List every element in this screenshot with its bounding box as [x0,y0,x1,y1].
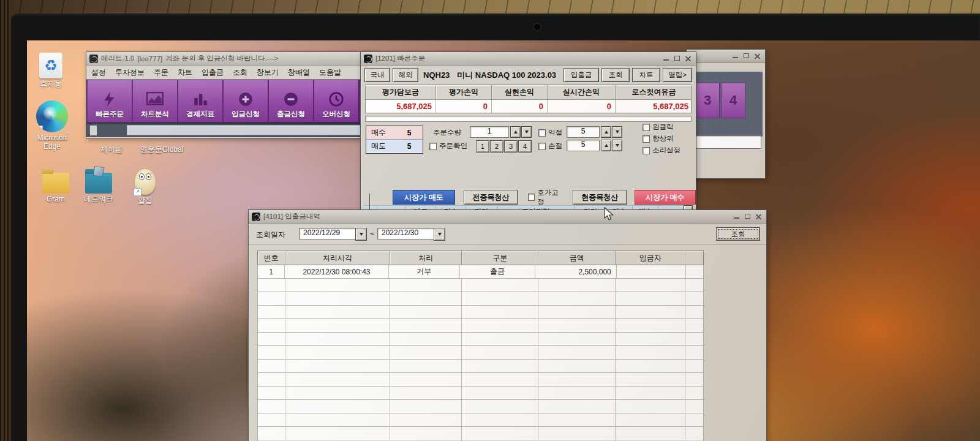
background-window[interactable]: 3 4 [686,49,766,179]
market-buy-button[interactable]: 시장가 매수 [635,190,696,205]
date-to-dropdown-icon[interactable] [434,228,445,241]
loss-up-icon[interactable] [601,140,611,151]
desktop-icon-control-panel[interactable]: 제어판 [93,145,130,155]
toolbar-chart-analysis-button[interactable]: 차트분석 [133,80,178,122]
search-button[interactable]: 조회 [716,227,760,241]
tab-domestic[interactable]: 국내 [364,68,390,82]
one-click-checkbox[interactable]: 원클릭 [643,123,674,132]
desktop-icon-edge[interactable]: ↗ Microsoft Edge [28,100,76,151]
close-icon[interactable] [753,52,762,60]
liquidate-all-button[interactable]: 전증목청산 [464,190,518,205]
menu-invest-info[interactable]: 투자정보 [115,67,145,78]
history-table-row[interactable]: 1 2022/12/30 08:00:43 거부 출금 2,500,000 [257,265,704,279]
desktop-icon-network[interactable]: 네트워크 [75,173,123,204]
scrollbar-track[interactable] [127,125,375,135]
inquiry-button[interactable]: 조회 [601,68,630,82]
summary-header: 평가손익 [436,85,492,99]
main-horizontal-scrollbar[interactable] [86,123,377,137]
folder-icon [42,173,69,194]
clock-icon [328,91,344,107]
always-on-top-checkbox[interactable]: 항상위 [643,134,674,143]
menu-window-arrange[interactable]: 창배열 [288,67,310,78]
scrollbar-thumb[interactable] [89,125,97,136]
merit-main-window: 메리트-1.0 [lee777] 계좌 문의 후 입금신청 바랍니다.---> … [86,51,377,138]
date-from-dropdown-icon[interactable] [355,228,367,241]
toolbar-over-request-button[interactable]: 오버신청 [314,80,359,122]
price-fix-checkbox[interactable]: 호가고정 [528,188,562,206]
col-header-no: 번호 [258,251,285,265]
desktop-icon-recycle-bin[interactable]: ♻ 휴지통 [27,53,75,89]
qty-down-icon[interactable] [521,126,532,138]
menu-inquiry[interactable]: 조회 [233,67,247,78]
close-icon[interactable] [754,213,763,221]
merit-titlebar[interactable]: 메리트-1.0 [lee777] 계좌 문의 후 입금신청 바랍니다.---> [86,52,377,66]
loss-down-icon[interactable] [612,140,622,151]
liquidate-current-button[interactable]: 현증목청산 [573,190,627,205]
symbol-code: NQH23 [423,70,450,80]
col-header-kind: 구분 [462,251,538,265]
stop-loss-input[interactable]: 5 [567,140,600,151]
mouse-cursor [603,207,617,222]
tile-3[interactable]: 3 [695,83,720,118]
quick-order-titlebar[interactable]: [1201] 빠른주문 [361,52,696,66]
main-toolbar: 빠른주문 차트분석 경제지표 입금신청 출금신청 [86,80,377,123]
buy-sell-qty-box: 매수5 매도5 [366,126,423,154]
menu-help[interactable]: 도움말 [319,67,341,78]
menu-settings[interactable]: 설정 [91,67,106,78]
open-button[interactable]: 열림> [663,68,692,82]
profit-up-icon[interactable] [601,126,611,138]
icon-label: Gram [32,195,80,204]
shortcut-arrow-icon: ↗ [134,188,141,196]
menu-window-view[interactable]: 창보기 [257,67,279,78]
confirm-2-button[interactable]: 2 [490,140,503,153]
summary-header: 평가담보금 [366,85,436,99]
date-to-input[interactable]: 2022/12/30 [377,228,437,239]
menu-chart[interactable]: 차트 [178,67,192,78]
qty-up-icon[interactable] [510,126,521,138]
history-titlebar[interactable]: [4101] 입출금내역 [249,210,766,224]
desktop-icon-gram[interactable]: Gram [32,173,80,204]
minimize-icon[interactable] [731,52,740,60]
close-icon[interactable] [684,55,693,62]
toolbar-economic-indicator-button[interactable]: 경제지표 [178,80,223,122]
history-table-empty-row [257,413,704,427]
history-table-empty-row [257,400,704,413]
menu-order[interactable]: 주문 [154,67,168,78]
tile-4[interactable]: 4 [721,83,745,118]
minimize-icon[interactable] [732,213,741,221]
account-summary: 평가담보금 평가손익 실현손익 실시간손익 로스컷여유금 5,687,025 0… [365,85,692,113]
maximize-icon[interactable] [743,213,752,221]
desktop-icon-alzip[interactable]: ↗ 알집 [121,169,169,205]
confirm-3-button[interactable]: 3 [504,140,518,153]
toolbar-withdraw-request-button[interactable]: 출금신청 [269,80,314,122]
maximize-icon[interactable] [673,55,682,62]
sell-qty: 5 [396,142,423,151]
take-profit-input[interactable]: 5 [567,126,600,138]
app-logo-icon [252,213,260,221]
profit-down-icon[interactable] [612,126,622,138]
order-confirm-checkbox[interactable]: 주문확인 [429,141,467,151]
confirm-4-button[interactable]: 4 [518,140,532,153]
desktop-icon-hero-global[interactable]: 영웅문Global [132,145,191,155]
tilde: ~ [370,230,374,238]
background-window-titlebar[interactable] [687,50,765,63]
sound-setting-checkbox[interactable]: 소리설정 [643,146,680,155]
minimize-icon[interactable] [662,55,671,62]
toolbar-quick-order-button[interactable]: 빠른주문 [88,80,132,122]
menu-deposit[interactable]: 입출금 [202,67,224,78]
history-table-empty-row [257,373,704,386]
tab-overseas[interactable]: 해외 [393,68,418,82]
recycle-bin-icon: ♻ [39,53,62,78]
qty-input[interactable]: 1 [470,126,509,138]
chart-button[interactable]: 차트 [632,68,660,82]
market-sell-button[interactable]: 시장가 매도 [393,190,455,205]
deposit-button[interactable]: 입출금 [564,68,599,82]
stop-loss-checkbox[interactable]: 손절 [538,141,562,151]
confirm-1-button[interactable]: 1 [476,140,489,153]
take-profit-checkbox[interactable]: 익절 [538,128,562,137]
toolbar-deposit-request-button[interactable]: 입금신청 [224,80,268,122]
maximize-icon[interactable] [742,52,751,60]
date-from-input[interactable]: 2022/12/29 [299,228,359,239]
background-window-field[interactable] [690,135,761,149]
summary-header: 로스컷여유금 [616,85,692,99]
